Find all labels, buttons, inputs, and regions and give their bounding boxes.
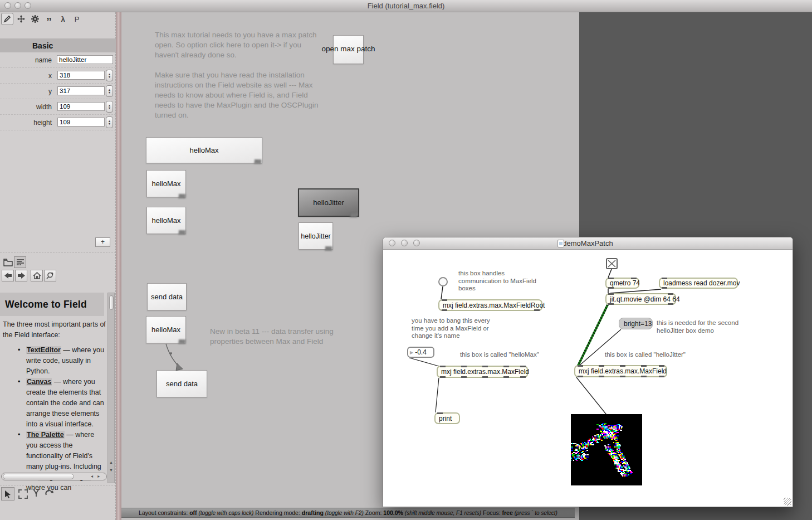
height-stepper[interactable]: ▲▼: [106, 116, 113, 128]
loadmess-object[interactable]: loadmess read dozer.mov: [659, 278, 738, 289]
scrollbar-thumb[interactable]: [109, 295, 114, 310]
inlet: [659, 365, 664, 367]
inlet: [668, 293, 673, 295]
pen-tool-button[interactable]: [32, 488, 41, 500]
arrow-right-icon: [17, 273, 26, 279]
arrow-left-icon: [4, 273, 12, 279]
outlet: [608, 303, 614, 305]
jitqtmovie-object[interactable]: jit.qt.movie @dim 64 64: [605, 293, 676, 305]
maxfieldroot-object[interactable]: mxj field.extras.max.MaxFieldRoot: [438, 299, 542, 311]
x-label: x: [48, 72, 52, 80]
settings-tool-button[interactable]: [29, 13, 41, 25]
zoom-button[interactable]: [25, 2, 31, 9]
outlet: [520, 376, 526, 378]
home-button[interactable]: [31, 270, 43, 281]
x-icon: [607, 259, 617, 268]
height-input[interactable]: [57, 118, 105, 127]
back-button[interactable]: [2, 270, 14, 281]
patch-resize-grip[interactable]: [784, 498, 791, 506]
inlet: [599, 365, 604, 367]
minimize-button[interactable]: [14, 2, 21, 9]
outlet: [668, 303, 673, 305]
welcome-link[interactable]: Canvas: [26, 378, 52, 386]
palette-canvas-divider[interactable]: [116, 12, 121, 520]
name-input[interactable]: [57, 55, 113, 64]
move-tool-button[interactable]: [15, 13, 27, 25]
x-stepper[interactable]: ▲▼: [106, 70, 113, 81]
status-segment: 100.0%: [383, 509, 403, 516]
link-icon: [46, 272, 54, 279]
move-icon: [17, 14, 26, 23]
folder-button[interactable]: [2, 256, 14, 268]
outlet: [620, 376, 625, 377]
lambda-tool-button[interactable]: λ: [57, 13, 69, 25]
scroll-arrows[interactable]: ◂ ▸: [91, 474, 101, 479]
basic-panel-title: Basic: [32, 41, 53, 50]
select-tool-button[interactable]: [1, 487, 14, 500]
scroll-down-icon[interactable]: ▼: [109, 468, 113, 472]
outlet: [503, 376, 509, 378]
field-row-width: width ▲▼: [0, 99, 116, 115]
name-label: name: [35, 56, 52, 64]
welcome-title: Welcome to Field: [5, 299, 87, 310]
outlet: [662, 287, 667, 289]
rotate-tool-button[interactable]: [45, 488, 55, 499]
inlet: [461, 366, 467, 367]
status-segment: drafting: [302, 509, 324, 516]
add-button[interactable]: +: [95, 237, 110, 247]
number-box[interactable]: ▶ -0.4: [407, 347, 434, 358]
p-tool-button[interactable]: P: [71, 13, 83, 25]
link-button[interactable]: [44, 270, 56, 281]
gear-icon: [31, 14, 40, 23]
width-label: width: [36, 103, 52, 111]
qmetro-object[interactable]: qmetro 74: [605, 278, 639, 289]
y-stepper[interactable]: ▲▼: [106, 85, 113, 97]
bright-message-box[interactable]: bright=13: [619, 318, 653, 329]
status-segment: (toggle with F2): [325, 510, 364, 516]
outlet: [608, 287, 614, 289]
status-segment: Rendering mode:: [253, 509, 301, 516]
maxfield-object-hellojitter[interactable]: mxj field.extras.max.MaxField: [574, 365, 667, 377]
bang-button[interactable]: [438, 277, 448, 286]
height-label: height: [33, 119, 52, 127]
inlet: [662, 278, 667, 279]
demomaxpatch-window[interactable]: demoMaxPatch this box handles communicat…: [383, 237, 793, 507]
triangle-icon: ▶: [410, 350, 413, 355]
outlet: [659, 376, 664, 377]
welcome-bullets: TextEditor — where you write code, usual…: [3, 345, 107, 493]
welcome-horizontal-scrollbar[interactable]: ◂ ▸: [1, 473, 107, 480]
width-input[interactable]: [57, 102, 105, 111]
outlet: [599, 376, 604, 377]
status-bar: Layout constraints: off (toggle with cap…: [121, 508, 575, 518]
scroll-up-icon[interactable]: ▲: [109, 460, 113, 464]
welcome-link[interactable]: TextEditor: [26, 346, 61, 354]
field-row-height: height ▲▼: [0, 115, 116, 130]
marquee-tool-button[interactable]: [18, 489, 28, 499]
outlet: [578, 376, 583, 377]
list-view-button[interactable]: [14, 256, 26, 268]
maxfield-object-hellomax[interactable]: mxj field.extras.max.MaxField: [437, 366, 528, 378]
welcome-vertical-scrollbar[interactable]: ▲ ▼: [107, 293, 115, 483]
x-input[interactable]: [57, 71, 105, 80]
forward-button[interactable]: [15, 270, 27, 281]
welcome-panel-body: The three most important parts of the Fi…: [0, 319, 107, 493]
pencil-icon: [3, 15, 11, 23]
status-segment: (press ` to select): [515, 510, 557, 516]
inlet: [437, 412, 443, 414]
close-button[interactable]: [4, 2, 11, 9]
scrollbar-thumb[interactable]: [3, 474, 74, 479]
welcome-link[interactable]: The Palette: [26, 431, 65, 439]
print-object[interactable]: print: [434, 412, 460, 424]
outlet: [482, 376, 488, 378]
status-segment: off: [189, 509, 197, 516]
quote-tool-button[interactable]: ”: [43, 13, 55, 25]
patch-comment: this box is called "helloMax": [460, 351, 571, 359]
toggle-box[interactable]: [606, 258, 618, 269]
inlet: [520, 366, 526, 367]
pencil-tool-button[interactable]: [1, 13, 13, 25]
patch-comment: this box handles communication to MaxFie…: [458, 270, 536, 293]
y-input[interactable]: [57, 86, 105, 95]
list-icon: [16, 259, 25, 266]
width-stepper[interactable]: ▲▼: [106, 101, 113, 113]
basic-panel-header: Basic: [0, 38, 116, 52]
